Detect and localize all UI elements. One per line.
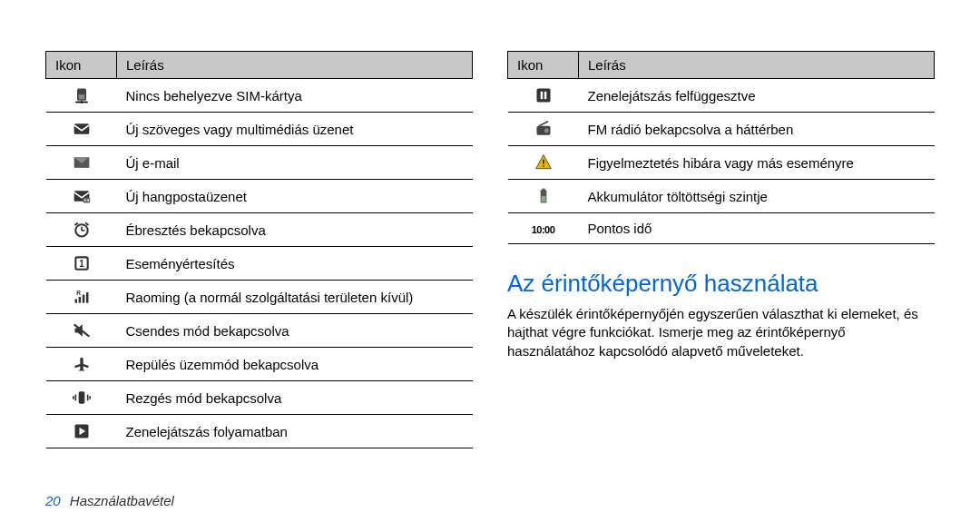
silent-icon [72, 321, 92, 340]
icon-cell [46, 348, 117, 381]
desc-cell: Rezgés mód bekapcsolva [117, 381, 473, 415]
voicemail-icon [72, 187, 92, 205]
table-row: Új szöveges vagy multimédiás üzenet [46, 113, 473, 146]
desc-cell: Eseményértesítés [117, 247, 473, 281]
table-row: Figyelmeztetés hibára vagy más eseményre [508, 146, 935, 180]
col-header-desc: Leírás [117, 52, 473, 79]
desc-cell: Pontos idő [579, 213, 935, 244]
section-heading: Az érintőképernyő használata [507, 270, 935, 298]
table-row: Csendes mód bekapcsolva [46, 314, 473, 348]
desc-cell: Zenelejátszás felfüggesztve [579, 79, 935, 113]
col-header-icon: Ikon [46, 52, 117, 79]
icon-cell [508, 146, 579, 180]
table-row: 1Eseményértesítés [46, 247, 473, 281]
desc-cell: Figyelmeztetés hibára vagy más eseményre [579, 146, 935, 180]
mail-icon [72, 153, 92, 172]
svg-line-34 [539, 122, 548, 126]
left-icon-table: Ikon Leírás Nincs behelyezve SIM-kártyaÚ… [45, 51, 473, 448]
desc-cell: Új szöveges vagy multimédiás üzenet [117, 113, 473, 146]
desc-cell: Zenelejátszás folyamatban [117, 415, 473, 448]
desc-cell: Raoming (a normál szolgáltatási területe… [117, 281, 473, 314]
col-header-icon: Ikon [508, 52, 579, 79]
table-row: Új e-mail [46, 146, 473, 180]
table-row: Új hangpostaüzenet [46, 180, 473, 213]
icon-cell [46, 180, 117, 213]
table-row: Akkumulátor töltöttségi szintje [508, 180, 935, 213]
svg-point-3 [80, 101, 83, 103]
table-row: 10:00Pontos idő [508, 213, 935, 244]
svg-text:1: 1 [79, 259, 84, 269]
desc-cell: Repülés üzemmód bekapcsolva [117, 348, 473, 381]
icon-cell: 10:00 [508, 213, 579, 244]
footer-section: Használatbavétel [70, 493, 174, 508]
icon-cell [46, 113, 117, 146]
right-column: Ikon Leírás Zenelejátszás felfüggesztveF… [507, 51, 935, 448]
icon-cell [508, 79, 579, 113]
svg-rect-1 [78, 94, 84, 99]
svg-rect-20 [82, 295, 84, 303]
page-number: 20 [45, 493, 61, 508]
svg-rect-36 [543, 165, 544, 167]
event-icon: 1 [72, 254, 92, 272]
icon-cell: 1 [46, 247, 117, 281]
radio-icon [534, 120, 554, 138]
battery-icon [534, 187, 554, 205]
icon-cell [508, 113, 579, 146]
icon-cell [46, 213, 117, 247]
svg-rect-19 [78, 297, 81, 303]
alarm-icon [72, 221, 92, 239]
page-content: Ikon Leírás Nincs behelyezve SIM-kártyaÚ… [0, 0, 980, 448]
table-header-row: Ikon Leírás [508, 52, 935, 79]
sim-icon [72, 86, 92, 104]
svg-line-14 [85, 223, 88, 226]
desc-cell: Csendes mód bekapcsolva [117, 314, 473, 348]
svg-rect-29 [536, 89, 550, 103]
svg-rect-39 [541, 196, 545, 202]
svg-rect-23 [78, 392, 84, 404]
svg-rect-31 [544, 92, 546, 99]
warning-icon [534, 153, 554, 172]
play-icon [72, 422, 92, 440]
page-footer: 20 Használatbavétel [45, 493, 174, 508]
desc-cell: Ébresztés bekapcsolva [117, 213, 473, 247]
desc-cell: Nincs behelyezve SIM-kártya [117, 79, 473, 113]
table-row: RRaoming (a normál szolgáltatási terület… [46, 281, 473, 314]
svg-point-33 [544, 128, 548, 133]
airplane-icon [72, 355, 92, 373]
right-icon-table: Ikon Leírás Zenelejátszás felfüggesztveF… [507, 51, 935, 244]
icon-cell [46, 79, 117, 113]
table-row: Repülés üzemmód bekapcsolva [46, 348, 473, 381]
icon-cell [46, 415, 117, 448]
icon-cell [46, 146, 117, 180]
table-header-row: Ikon Leírás [46, 52, 473, 79]
vibrate-icon [72, 389, 92, 407]
svg-rect-4 [74, 123, 89, 134]
roaming-icon: R [72, 288, 92, 306]
svg-point-9 [87, 200, 89, 202]
icon-cell [508, 180, 579, 213]
svg-line-13 [74, 223, 77, 226]
mms-icon [72, 120, 92, 138]
section-body: A készülék érintőképernyőjén egyszerűen … [507, 305, 935, 360]
table-row: Nincs behelyezve SIM-kártya [46, 79, 473, 113]
svg-rect-18 [74, 300, 77, 303]
svg-rect-35 [543, 160, 544, 164]
icon-cell [46, 314, 117, 348]
icon-cell [46, 381, 117, 415]
svg-rect-30 [540, 92, 543, 99]
desc-cell: FM rádió bekapcsolva a háttérben [579, 113, 935, 146]
left-column: Ikon Leírás Nincs behelyezve SIM-kártyaÚ… [45, 51, 473, 448]
time-icon: 10:00 [532, 224, 555, 235]
col-header-desc: Leírás [579, 52, 935, 79]
table-row: FM rádió bekapcsolva a háttérben [508, 113, 935, 146]
table-row: Zenelejátszás folyamatban [46, 415, 473, 448]
pause-icon [534, 86, 554, 104]
svg-point-8 [83, 200, 85, 202]
desc-cell: Új e-mail [117, 146, 473, 180]
table-row: Zenelejátszás felfüggesztve [508, 79, 935, 113]
desc-cell: Akkumulátor töltöttségi szintje [579, 180, 935, 213]
desc-cell: Új hangpostaüzenet [117, 180, 473, 213]
svg-text:R: R [76, 290, 81, 296]
svg-rect-21 [86, 292, 89, 303]
icon-cell: R [46, 281, 117, 314]
